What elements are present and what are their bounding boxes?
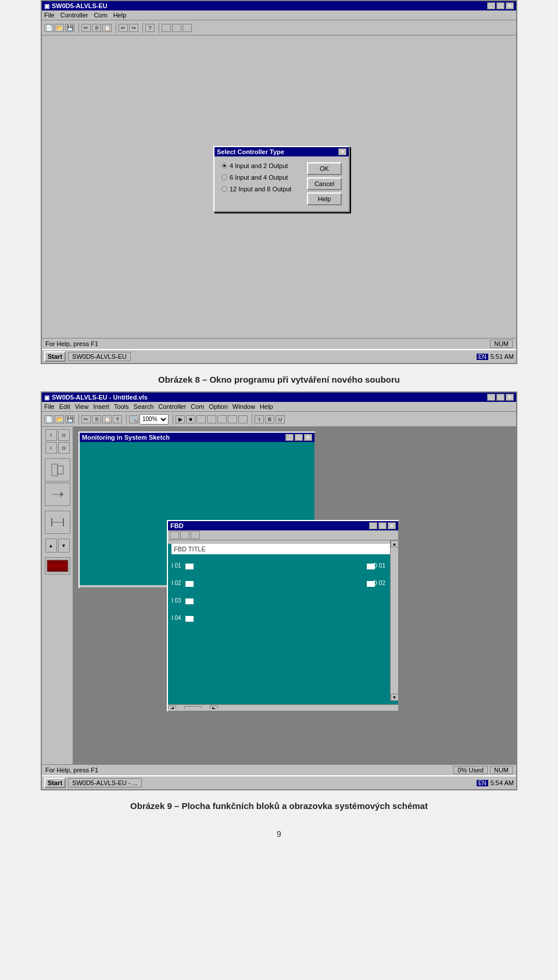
fbd-vscrollbar[interactable]: ▲ ▼ <box>390 540 398 701</box>
minimize-button1[interactable]: _ <box>487 2 495 9</box>
tb2-extra4-icon[interactable] <box>228 415 237 423</box>
tb-paste-icon[interactable]: 📋 <box>102 24 112 32</box>
menu2-com[interactable]: Com <box>191 403 204 410</box>
win-controls2[interactable]: _ □ × <box>487 394 514 401</box>
maximize-button2[interactable]: □ <box>496 394 505 401</box>
fbd-tb-btn2[interactable] <box>180 531 189 539</box>
cancel-button[interactable]: Cancel <box>307 177 342 190</box>
menu2-controller[interactable]: Controller <box>158 403 186 410</box>
close-button1[interactable]: × <box>506 2 514 9</box>
start-button2[interactable]: Start <box>44 778 66 788</box>
tb-help-icon[interactable]: ? <box>145 24 155 32</box>
tb2-copy-icon[interactable]: ⎘ <box>92 415 101 423</box>
tb2-zoom-icon[interactable]: 🔍 <box>129 415 138 423</box>
statusbar2-used: 0% Used <box>453 766 488 774</box>
tb-extra1-icon[interactable] <box>162 24 171 32</box>
panel-btn-down[interactable]: ▼ <box>58 539 70 553</box>
radio-option-1[interactable]: 6 Input and 4 Output <box>221 174 302 181</box>
fbd-tb-btn1[interactable] <box>170 531 179 539</box>
fbd-vscroll-down[interactable]: ▼ <box>391 694 399 701</box>
menu-help1[interactable]: Help <box>113 12 127 19</box>
radio-circle-1[interactable] <box>221 174 227 180</box>
tb2-extra3-icon[interactable] <box>217 415 227 423</box>
fbd-maximize[interactable]: □ <box>378 522 387 529</box>
fbd-hscrollbar[interactable]: ◀ ▶ <box>168 704 398 709</box>
start-button1[interactable]: Start <box>44 351 66 362</box>
win-controls1[interactable]: _ □ × <box>487 2 514 9</box>
fbd-tb-btn3[interactable] <box>191 531 200 539</box>
mon-minimize[interactable]: _ <box>285 434 294 441</box>
menu2-help[interactable]: Help <box>260 403 273 410</box>
tb2-paste-icon[interactable]: 📋 <box>102 415 112 423</box>
panel-btn-draw2[interactable] <box>45 483 70 506</box>
tb2-extra2-icon[interactable] <box>207 415 216 423</box>
taskbar1-left: Start SW0D5-ALVLS-EU <box>44 351 131 362</box>
menu2-option[interactable]: Option <box>209 403 227 410</box>
help-button[interactable]: Help <box>307 193 342 205</box>
mon-maximize[interactable]: □ <box>295 434 303 441</box>
dialog-close-button[interactable]: × <box>338 148 346 155</box>
ok-button[interactable]: OK <box>307 162 342 175</box>
taskitem1-0[interactable]: SW0D5-ALVLS-EU <box>68 352 131 361</box>
tb-extra2-icon[interactable] <box>172 24 181 32</box>
panel-btn-o1[interactable]: O <box>58 429 70 441</box>
fbd-minimize[interactable]: _ <box>369 522 377 529</box>
radio-option-2[interactable]: 12 Input and 8 Output <box>221 186 302 193</box>
tb2-new-icon[interactable]: 📄 <box>44 415 53 423</box>
radio-circle-2[interactable] <box>221 186 227 192</box>
panel-btn-i2[interactable]: I <box>45 442 57 454</box>
tb2-cut-icon[interactable]: ✂ <box>81 415 91 423</box>
tb2-extra5-icon[interactable] <box>238 415 248 423</box>
menu2-tools[interactable]: Tools <box>114 403 129 410</box>
tb2-format2-icon[interactable]: B <box>265 415 274 423</box>
panel-btn-draw1[interactable] <box>45 458 70 482</box>
panel-btn-up[interactable]: ▲ <box>45 539 57 553</box>
fbd-close[interactable]: × <box>388 522 396 529</box>
fbd-hscroll-right[interactable]: ▶ <box>210 705 218 710</box>
zoom-select[interactable]: 100% <box>140 414 169 425</box>
radio-circle-0[interactable] <box>221 163 227 169</box>
tb2-help-icon[interactable]: ? <box>113 415 122 423</box>
fbd-controls[interactable]: _ □ × <box>369 522 396 529</box>
fbd-hscroll-left[interactable]: ◀ <box>168 705 176 710</box>
panel-btn-o2[interactable]: O <box>58 442 70 454</box>
menu2-insert[interactable]: Insert <box>93 403 109 410</box>
fbd-vscroll-up[interactable]: ▲ <box>391 540 399 547</box>
menu2-file[interactable]: File <box>44 403 55 410</box>
mon-controls[interactable]: _ □ × <box>285 434 312 441</box>
fbd-hscroll-thumb[interactable] <box>184 706 202 710</box>
panel-btn-i1[interactable]: I <box>45 429 57 441</box>
maximize-button1[interactable]: □ <box>496 2 505 9</box>
menu-com1[interactable]: Com <box>94 12 107 19</box>
mon-close[interactable]: × <box>304 434 312 441</box>
radio-option-0[interactable]: 4 Input and 2 Output <box>221 162 302 169</box>
tb-redo-icon[interactable]: ↪ <box>129 24 138 32</box>
tb2-save-icon[interactable]: 💾 <box>65 415 74 423</box>
menu-file1[interactable]: File <box>44 12 55 19</box>
menu2-search[interactable]: Search <box>134 403 154 410</box>
taskitem2-0[interactable]: SW0D5-ALVLS-EU - ... <box>68 778 142 787</box>
tb-save-icon[interactable]: 💾 <box>65 24 74 32</box>
tb2-open-icon[interactable]: 📂 <box>55 415 64 423</box>
tb-extra3-icon[interactable] <box>183 24 192 32</box>
tb-new-icon[interactable]: 📄 <box>44 24 53 32</box>
menu2-edit[interactable]: Edit <box>59 403 70 410</box>
menu2-view[interactable]: View <box>75 403 89 410</box>
tb2-stop-icon[interactable]: ■ <box>186 415 195 423</box>
tb-undo-icon[interactable]: ↩ <box>119 24 128 32</box>
tb-copy-icon[interactable]: ⎘ <box>92 24 101 32</box>
tb2-extra1-icon[interactable] <box>196 415 206 423</box>
minimize-button2[interactable]: _ <box>487 394 495 401</box>
tb-cut-icon[interactable]: ✂ <box>81 24 91 32</box>
tb2-run-icon[interactable]: ▶ <box>176 415 185 423</box>
mon-titlebar: Monitoring in System Sketch _ □ × <box>80 433 314 442</box>
menu2-window[interactable]: Window <box>233 403 255 410</box>
tb-open-icon[interactable]: 📂 <box>55 24 64 32</box>
close-button2[interactable]: × <box>506 394 514 401</box>
panel-btn-ladder[interactable] <box>45 511 70 534</box>
menu-controller1[interactable]: Controller <box>60 12 88 19</box>
tb2-format1-icon[interactable]: I <box>255 415 264 423</box>
panel-btn-component[interactable] <box>45 557 70 575</box>
tb2-sep2 <box>124 414 127 425</box>
tb2-format3-icon[interactable]: U <box>276 415 285 423</box>
